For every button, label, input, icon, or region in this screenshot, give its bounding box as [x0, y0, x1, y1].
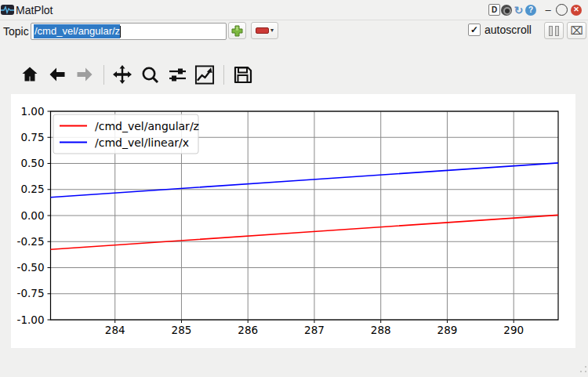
topic-input[interactable]: /cmd_vel/angular/z [31, 23, 227, 40]
forward-icon[interactable] [74, 64, 95, 85]
topic-input-selected-text: /cmd_vel/angular/z [34, 24, 120, 38]
x-tick-label: 284 [105, 324, 125, 336]
back-icon[interactable] [47, 64, 67, 85]
settings-icon[interactable] [501, 5, 512, 16]
x-tick-label: 287 [304, 324, 325, 336]
plot-canvas[interactable]: 2842852862872882892901.000.750.500.250.0… [11, 94, 575, 348]
zoom-icon[interactable] [140, 64, 160, 85]
y-tick-label: -0.25 [17, 235, 45, 248]
y-tick-label: -1.00 [17, 314, 45, 326]
minimize-button[interactable]: – [543, 4, 553, 16]
y-tick-label: -0.50 [17, 261, 45, 274]
x-tick-label: 288 [371, 324, 391, 336]
window-title: MatPlot [16, 4, 53, 16]
topic-bar: Topic /cmd_vel/angular/z ▾ ✓ autoscroll … [0, 20, 588, 42]
y-tick-label: 0.25 [20, 183, 44, 195]
x-tick-label: 290 [503, 324, 524, 336]
dropdown-arrow-icon: ▾ [270, 27, 274, 34]
toolbar-separator [223, 65, 224, 85]
app-waveform-icon [1, 5, 14, 15]
autoscroll-label: autoscroll [485, 24, 532, 36]
topic-label: Topic [3, 25, 29, 38]
home-icon[interactable] [20, 64, 40, 85]
remove-topic-button[interactable]: ▾ [251, 22, 278, 39]
save-icon[interactable] [232, 64, 252, 85]
detach-button[interactable]: D [488, 4, 500, 16]
toolbar-separator [103, 65, 104, 85]
help-icon[interactable]: ? [525, 5, 536, 16]
resize-grip[interactable] [577, 363, 586, 374]
legend-label: /cmd_vel/angular/z [95, 120, 199, 132]
x-tick-label: 289 [437, 324, 458, 336]
text-caret [120, 26, 121, 38]
x-tick-label: 286 [238, 324, 258, 336]
add-topic-button[interactable] [228, 22, 246, 39]
series-line [51, 163, 559, 198]
x-tick-label: 285 [172, 324, 192, 336]
title-bar: MatPlot D ↻ ? – ✕ [0, 0, 588, 20]
plot-svg: 2842852862872882892901.000.750.500.250.0… [11, 94, 575, 348]
y-tick-label: 0.00 [20, 209, 44, 222]
maximize-button[interactable] [556, 4, 568, 16]
pause-button[interactable] [544, 22, 564, 39]
close-button[interactable]: ✕ [571, 5, 582, 16]
pan-icon[interactable] [112, 64, 132, 85]
y-tick-label: 1.00 [20, 105, 44, 118]
y-tick-label: 0.75 [20, 131, 44, 143]
plus-icon [231, 25, 243, 37]
y-tick-label: -0.75 [17, 287, 45, 299]
edit-axes-icon[interactable] [194, 64, 215, 85]
autoscroll-checkbox[interactable]: ✓ [468, 24, 481, 36]
series-line [51, 215, 559, 249]
refresh-icon[interactable]: ↻ [513, 4, 524, 16]
mpl-toolbar [20, 63, 260, 86]
clear-plot-button[interactable]: ⌧ [567, 22, 586, 39]
minus-icon [256, 27, 269, 34]
legend-label: /cmd_vel/linear/x [95, 136, 189, 149]
pause-icon [549, 26, 553, 36]
configure-subplots-icon[interactable] [167, 64, 187, 85]
y-tick-label: 0.50 [20, 157, 44, 169]
